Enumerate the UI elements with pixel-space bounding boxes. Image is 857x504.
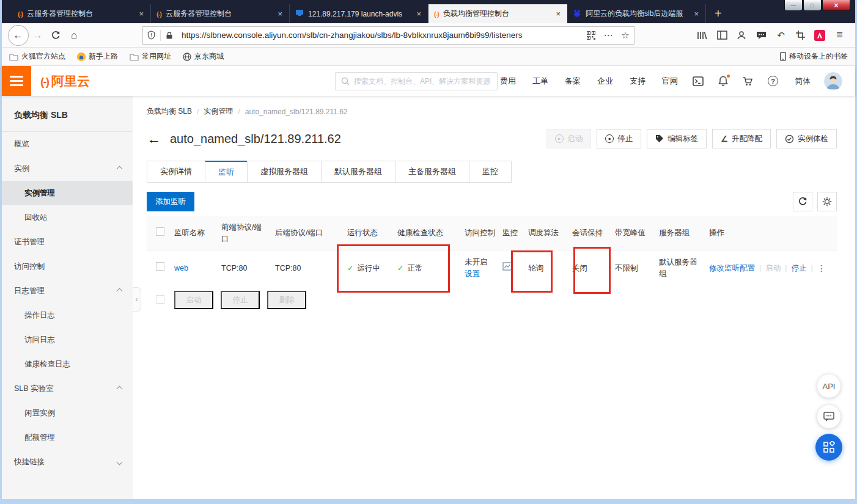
reload-button[interactable] xyxy=(46,26,65,45)
acl-settings-link[interactable]: 设置 xyxy=(465,268,496,280)
sidebar-item-quick-links[interactable]: 快捷链接 xyxy=(2,450,133,474)
tab-vserver-groups[interactable]: 虚拟服务器组 xyxy=(247,161,322,183)
feedback-floating-button[interactable] xyxy=(817,405,840,428)
forward-button[interactable]: → xyxy=(29,26,47,45)
account-icon[interactable] xyxy=(732,26,751,45)
undo-icon[interactable]: ↶ xyxy=(771,26,790,45)
bookmark-folder-firefox-official[interactable]: 火狐官方站点 xyxy=(9,51,65,62)
qr-code-icon[interactable] xyxy=(583,27,600,44)
menu-enterprise[interactable]: 企业 xyxy=(597,76,613,87)
menu-support[interactable]: 支持 xyxy=(630,76,646,87)
help-icon[interactable]: ? xyxy=(768,76,778,86)
breadcrumb-instance-management[interactable]: 实例管理 xyxy=(204,106,233,117)
sidebar-collapse-handle[interactable]: ‹ xyxy=(133,287,141,312)
breadcrumb-slb[interactable]: 负载均衡 SLB xyxy=(147,106,192,117)
batch-stop-button[interactable]: 停止 xyxy=(221,291,260,309)
mobile-bookmarks[interactable]: 移动设备上的书签 xyxy=(780,51,848,62)
upgrade-downgrade-button[interactable]: ∠ 升配降配 xyxy=(712,129,771,148)
sidebar-item-recycle-bin[interactable]: 回收站 xyxy=(2,205,133,230)
bookmark-folder-common-sites[interactable]: 常用网址 xyxy=(130,51,171,62)
library-icon[interactable] xyxy=(693,26,712,45)
sidebar-item-log-management[interactable]: 日志管理 xyxy=(2,279,133,303)
edit-tags-button[interactable]: 编辑标签 xyxy=(647,129,707,148)
sidebar-item-certificates[interactable]: 证书管理 xyxy=(2,230,133,254)
browser-tab-4-active[interactable]: (-) 负载均衡管理控制台 × xyxy=(428,4,567,23)
tracking-shield-icon[interactable] xyxy=(143,27,160,44)
tab-listeners[interactable]: 监听 xyxy=(205,161,248,183)
stop-instance-button[interactable]: ■ 停止 xyxy=(597,129,641,148)
maximize-button[interactable]: □ xyxy=(803,0,822,11)
tab-close-icon[interactable]: × xyxy=(276,9,284,18)
footer-select-checkbox[interactable] xyxy=(156,295,164,304)
sidebar-toggle-icon[interactable] xyxy=(713,26,732,45)
sidebar-item-access-control[interactable]: 访问控制 xyxy=(2,254,133,279)
search-input[interactable] xyxy=(354,77,491,86)
batch-delete-button[interactable]: 删除 xyxy=(267,291,306,309)
listener-name-link[interactable]: web xyxy=(174,264,188,272)
tab-close-icon[interactable]: × xyxy=(138,9,145,18)
menu-icp[interactable]: 备案 xyxy=(565,76,581,87)
tab-close-icon[interactable]: × xyxy=(415,9,422,18)
sidebar-item-health-check-logs[interactable]: 健康检查日志 xyxy=(2,352,133,376)
notifications-bell-icon[interactable] xyxy=(718,76,728,86)
edit-listener-config-link[interactable]: 修改监听配置 xyxy=(709,263,755,274)
minimize-button[interactable]: — xyxy=(784,0,803,11)
sidebar-item-instances[interactable]: 实例 xyxy=(2,156,133,181)
api-floating-button[interactable]: API xyxy=(817,374,840,398)
start-listener-link[interactable]: 启动 xyxy=(765,263,781,274)
new-tab-button[interactable]: + xyxy=(706,4,730,23)
tab-default-server-group[interactable]: 默认服务器组 xyxy=(321,161,395,183)
back-to-list-icon[interactable]: ← xyxy=(147,132,161,146)
browser-tab-3[interactable]: 121.89.217.179 launch-advis × xyxy=(290,4,428,23)
console-search[interactable] xyxy=(335,72,498,90)
bookmark-getting-started[interactable]: 新手上路 xyxy=(77,51,118,62)
language-switch[interactable]: 简体 xyxy=(795,76,811,87)
aliyun-logo[interactable]: (-) 阿里云 xyxy=(40,73,90,90)
sidebar-item-slb-lab[interactable]: SLB 实验室 xyxy=(2,376,133,401)
menu-billing[interactable]: 费用 xyxy=(500,76,516,87)
more-actions-icon[interactable]: ⋮ xyxy=(817,263,826,274)
tab-instance-details[interactable]: 实例详情 xyxy=(147,161,205,183)
url-bar[interactable]: https://slbnew.console.aliyun.com/slb/cn… xyxy=(142,26,634,45)
select-all-checkbox[interactable] xyxy=(156,227,164,236)
bookmark-star-icon[interactable]: ☆ xyxy=(617,27,634,44)
tab-primary-secondary-groups[interactable]: 主备服务器组 xyxy=(395,161,469,183)
mini-apps-floating-button[interactable] xyxy=(815,434,842,461)
row-checkbox[interactable] xyxy=(156,262,164,271)
sidebar-item-operation-logs[interactable]: 操作日志 xyxy=(2,303,133,327)
browser-tab-5[interactable]: 阿里云的负载均衡slb后边端服 × xyxy=(567,4,706,23)
menu-tickets[interactable]: 工单 xyxy=(532,76,548,87)
home-button[interactable]: ⌂ xyxy=(65,26,83,45)
browser-tab-1[interactable]: (-) 云服务器管理控制台 × xyxy=(12,4,151,23)
url-input[interactable]: https://slbnew.console.aliyun.com/slb/cn… xyxy=(178,31,583,40)
sidebar-item-overview[interactable]: 概览 xyxy=(2,132,133,156)
browser-tab-2[interactable]: (-) 云服务器管理控制台 × xyxy=(151,4,290,23)
page-actions-icon[interactable]: ⋯ xyxy=(600,27,617,44)
close-window-button[interactable]: × xyxy=(822,0,850,11)
product-menu-button[interactable] xyxy=(2,66,31,96)
messenger-icon[interactable] xyxy=(752,26,771,45)
user-avatar[interactable] xyxy=(824,72,842,90)
security-extension-icon[interactable] xyxy=(811,26,829,45)
add-listener-button[interactable]: 添加监听 xyxy=(147,192,194,211)
cloudshell-icon[interactable] xyxy=(693,76,704,86)
cart-icon[interactable] xyxy=(743,76,753,86)
sidebar-item-idle-instances[interactable]: 闲置实例 xyxy=(2,401,133,425)
bookmark-jd[interactable]: 京东商城 xyxy=(183,51,224,62)
sidebar-item-instance-management[interactable]: 实例管理 xyxy=(2,181,133,205)
tab-close-icon[interactable]: × xyxy=(554,9,562,18)
table-settings-button[interactable] xyxy=(817,192,837,211)
stop-listener-link[interactable]: 停止 xyxy=(792,263,807,274)
instance-checkup-button[interactable]: 实例体检 xyxy=(776,129,837,148)
chart-icon[interactable] xyxy=(502,262,513,271)
sidebar-item-quota-management[interactable]: 配额管理 xyxy=(2,425,133,450)
start-instance-button[interactable]: ▶ 启动 xyxy=(546,129,591,148)
sidebar-item-access-logs[interactable]: 访问日志 xyxy=(2,327,133,352)
menu-website[interactable]: 官网 xyxy=(662,76,678,87)
hamburger-menu-icon[interactable]: ≡ xyxy=(830,26,849,45)
screenshot-crop-icon[interactable] xyxy=(791,26,810,45)
refresh-button[interactable] xyxy=(793,192,812,211)
batch-start-button[interactable]: 启动 xyxy=(174,291,213,309)
back-button[interactable]: ← xyxy=(8,25,29,46)
tab-monitoring[interactable]: 监控 xyxy=(469,161,512,183)
